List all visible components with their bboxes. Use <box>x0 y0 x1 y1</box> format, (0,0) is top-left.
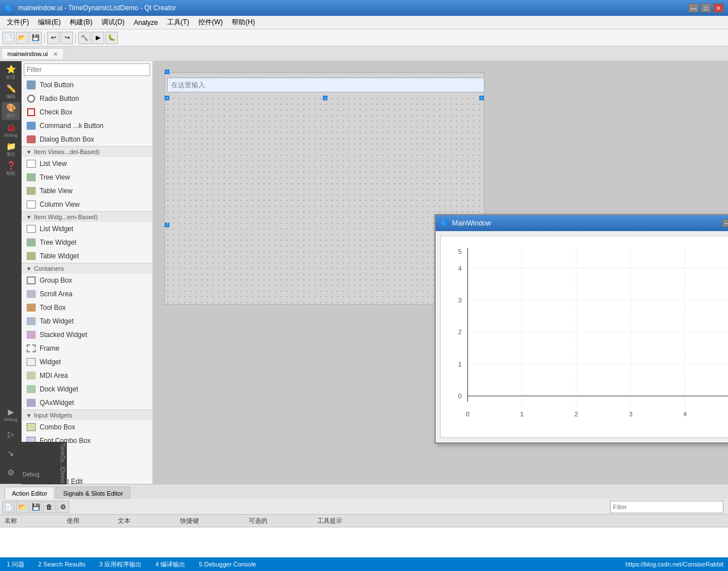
widget-item-tab-widget[interactable]: Tab Widget <box>22 314 152 328</box>
action-delete-btn[interactable]: 🗑 <box>43 501 56 513</box>
widget-item-tool-box[interactable]: Tool Box <box>22 301 152 314</box>
widget-item-tree-widget[interactable]: Tree Widget <box>22 236 152 249</box>
design-canvas-area[interactable]: 🔷 MainWindow — □ ✕ <box>153 61 728 484</box>
widget-item-list-view[interactable]: List View <box>22 157 152 171</box>
widget-item-dock-widget[interactable]: Dock Widget <box>22 382 152 396</box>
tab-signals-slots[interactable]: Signals & Slots Editor <box>56 487 130 499</box>
vbar-step[interactable]: ↘ <box>2 444 20 462</box>
svg-text:0: 0 <box>458 393 461 399</box>
status-item-2[interactable]: 2 Search Results <box>36 560 88 569</box>
col-name: 名称 <box>2 517 19 525</box>
svg-text:1: 1 <box>458 361 461 368</box>
widget-item-list-widget[interactable]: List Widget <box>22 222 152 236</box>
widget-item-cmd-btn[interactable]: Command ...k Button <box>22 119 152 133</box>
action-filter-input[interactable] <box>610 501 723 513</box>
sel-handle-ml <box>165 70 169 74</box>
menu-item-w[interactable]: 控件(W) <box>194 16 227 28</box>
frame-icon <box>26 343 36 353</box>
menu-item-e[interactable]: 编辑(E) <box>33 16 65 28</box>
toolbar-btn-debug[interactable]: 🐛 <box>105 32 118 44</box>
widget-item-qax-widget[interactable]: QAxWidget <box>22 396 152 410</box>
widget-item-tool-button[interactable]: Tool Button <box>22 78 152 92</box>
project-icon: 📁 <box>6 142 16 151</box>
toolbar-btn-2[interactable]: 📂 <box>16 32 28 44</box>
status-bar: 1 问题 2 Search Results 3 应用程序输出 4 编译输出 5 … <box>0 557 728 571</box>
widget-item-check-box[interactable]: Check Box <box>22 105 152 119</box>
widget-item-mdi-area[interactable]: MDI Area <box>22 369 152 382</box>
toolbar-btn-redo[interactable]: ↪ <box>61 32 73 44</box>
section-item-widgets[interactable]: ▼ Item Widg...em-Based) <box>22 211 152 222</box>
action-settings-btn[interactable]: ⚙ <box>57 501 69 513</box>
widget-item-combo-box[interactable]: Combo Box <box>22 420 152 434</box>
side-debug-label: Debug <box>22 470 56 479</box>
form-text-input[interactable] <box>167 78 484 92</box>
widget-item-dialog-btn[interactable]: Dialog Button Box <box>22 133 152 146</box>
close-button[interactable]: ✕ <box>713 3 723 12</box>
mw-minimize[interactable]: — <box>722 219 728 227</box>
svg-text:4: 4 <box>683 411 687 418</box>
vbar-debug[interactable]: 🐞 Debug <box>2 121 20 139</box>
status-item-1[interactable]: 1 问题 <box>5 559 27 570</box>
vbar-extra[interactable]: ⚙ <box>2 463 20 481</box>
menu-item-b[interactable]: 构建(B) <box>65 16 97 28</box>
minimize-button[interactable]: — <box>688 3 699 12</box>
menu-bar: 文件(F)编辑(E)构建(B)调试(D)Analyze工具(T)控件(W)帮助(… <box>0 16 728 29</box>
widget-item-table-widget[interactable]: Table Widget <box>22 249 152 263</box>
widget-item-tree-view[interactable]: Tree View <box>22 171 152 184</box>
widget-sidebar: Tool Button Radio Button Check Box Comma… <box>22 61 153 484</box>
col-tooltip: 工具提示 <box>315 517 344 525</box>
vbar-help[interactable]: ❓ 帮助 <box>2 160 20 178</box>
maximize-button[interactable]: □ <box>701 3 711 12</box>
debug-vbar-icon: 🐞 <box>6 123 16 132</box>
design-icon: 🎨 <box>6 103 16 112</box>
help-icon: ❓ <box>6 161 16 170</box>
file-tab-mainwindow[interactable]: mainwindow.ui ✕ <box>1 48 64 59</box>
toolbar-btn-run[interactable]: ▶ <box>92 32 104 44</box>
section-input-widgets[interactable]: ▼ Input Widgets <box>22 410 152 420</box>
widget-item-column-view[interactable]: Column View <box>22 198 152 211</box>
section-containers[interactable]: ▼ Containers <box>22 263 152 274</box>
widget-item-radio-button[interactable]: Radio Button <box>22 92 152 105</box>
widget-item-group-box[interactable]: Group Box <box>22 274 152 287</box>
menu-item-analyze[interactable]: Analyze <box>129 18 163 28</box>
action-save-btn[interactable]: 💾 <box>29 501 42 513</box>
toolbar-btn-1[interactable]: 📄 <box>2 32 15 44</box>
col-optional: 可选的 <box>246 517 270 525</box>
vbar-welcome[interactable]: ⭐ 欢迎 <box>2 63 20 82</box>
svg-text:3: 3 <box>458 297 461 304</box>
file-tab-close[interactable]: ✕ <box>53 51 58 57</box>
widget-item-frame[interactable]: Frame <box>22 342 152 355</box>
vbar-edit[interactable]: ✏️ 编辑 <box>2 83 20 101</box>
toolbar-btn-build[interactable]: 🔨 <box>78 32 91 44</box>
radio-btn-icon <box>26 93 36 104</box>
vbar-debug2[interactable]: ▶ Debug <box>2 406 20 424</box>
mw-win-controls: — □ ✕ <box>722 219 728 227</box>
toolbar-btn-3[interactable]: 💾 <box>29 32 42 44</box>
vbar-design[interactable]: 🎨 设计 <box>2 102 20 120</box>
status-item-3[interactable]: 3 应用程序输出 <box>97 559 144 570</box>
widget-item-widget[interactable]: Widget <box>22 355 152 369</box>
widget-item-table-view[interactable]: Table View <box>22 184 152 198</box>
status-item-5[interactable]: 5 Debugger Console <box>197 560 258 569</box>
menu-item-d[interactable]: 调试(D) <box>97 16 129 28</box>
section-item-views[interactable]: ▼ Item Views...del-Based) <box>22 146 152 157</box>
menu-item-t[interactable]: 工具(T) <box>163 16 194 28</box>
action-table-body <box>0 527 728 557</box>
status-item-4[interactable]: 4 编译输出 <box>153 559 188 570</box>
vbar-project[interactable]: 📁 项目 <box>2 140 20 159</box>
tab-action-editor[interactable]: Action Editor <box>5 487 54 499</box>
filter-input[interactable] <box>24 63 150 76</box>
mainwindow-preview[interactable]: 🔷 MainWindow — □ ✕ <box>435 214 728 444</box>
menu-item-h[interactable]: 帮助(H) <box>227 16 259 28</box>
qax-widget-icon <box>26 398 36 408</box>
action-open-btn[interactable]: 📂 <box>16 501 28 513</box>
action-new-btn[interactable]: 📄 <box>2 501 15 513</box>
toolbar-btn-undo[interactable]: ↩ <box>47 32 59 44</box>
widget-item-stacked-widget[interactable]: Stacked Widget <box>22 328 152 342</box>
menu-item-f[interactable]: 文件(F) <box>2 16 33 28</box>
svg-text:3: 3 <box>629 411 632 418</box>
action-tabs: Action Editor Signals & Slots Editor <box>0 484 728 499</box>
widget-item-scroll-area[interactable]: Scroll Area <box>22 287 152 301</box>
vbar-run[interactable]: ▷ <box>2 425 20 443</box>
cmd-btn-icon <box>26 121 36 131</box>
